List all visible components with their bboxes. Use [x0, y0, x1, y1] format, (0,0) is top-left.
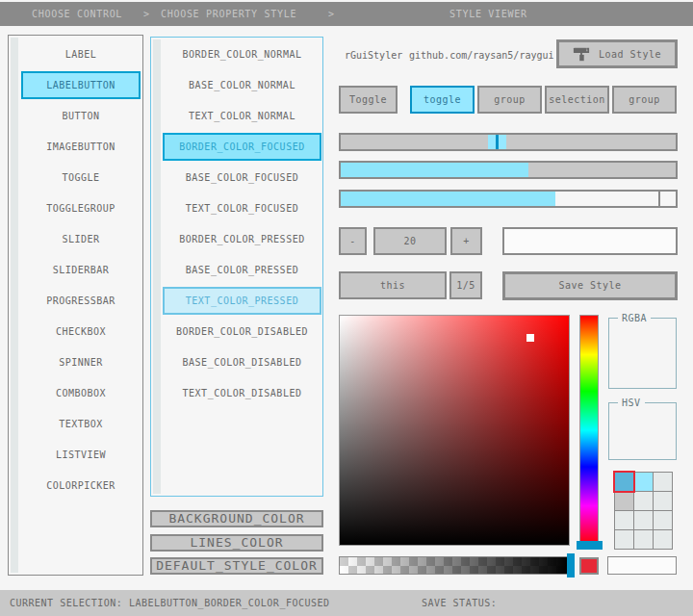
list-item-checkbox[interactable]: CHECKBOX	[21, 318, 141, 346]
hex-color-input[interactable]	[607, 556, 677, 575]
controls-listview: LABEL LABELBUTTON BUTTON IMAGEBUTTON TOG…	[8, 35, 143, 576]
list-item-colorpicker[interactable]: COLORPICKER	[21, 472, 141, 500]
sliderbar-fill	[341, 163, 528, 177]
palette-cell[interactable]	[615, 492, 633, 510]
hue-bar[interactable]	[579, 315, 599, 546]
save-style-button[interactable]: Save Style	[502, 271, 678, 300]
palette-cell[interactable]	[654, 511, 672, 529]
list-item-spinner[interactable]: SPINNER	[21, 348, 141, 376]
list-item-imagebutton[interactable]: IMAGEBUTTON	[21, 133, 141, 161]
repo-link[interactable]: github.com/raysan5/raygui	[409, 50, 554, 61]
list-item-text-color-focused[interactable]: TEXT_COLOR_FOCUSED	[163, 194, 321, 222]
list-item-slider[interactable]: SLIDER	[21, 225, 141, 253]
palette-cell[interactable]	[634, 530, 653, 549]
alpha-bar-handle[interactable]	[567, 553, 575, 578]
combobox-counter[interactable]: 1/5	[449, 271, 482, 299]
list-item-text-color-pressed[interactable]: TEXT_COLOR_PRESSED	[163, 287, 321, 315]
current-selection-status: CURRENT SELECTION: LABELBUTTON_BORDER_CO…	[10, 590, 330, 616]
list-item-border-color-focused[interactable]: BORDER_COLOR_FOCUSED	[163, 133, 321, 161]
color-picker-gradient[interactable]	[339, 315, 570, 546]
togglegroup-item-group2[interactable]: group	[612, 86, 677, 114]
load-style-button[interactable]: Load Style	[556, 39, 678, 68]
list-item-button[interactable]: BUTTON	[21, 102, 141, 130]
alpha-bar[interactable]	[339, 556, 569, 575]
properties-scrollbar[interactable]	[153, 39, 161, 494]
list-item-border-color-normal[interactable]: BORDER_COLOR_NORMAL	[163, 40, 321, 68]
bottom-status-bar: CURRENT SELECTION: LABELBUTTON_BORDER_CO…	[0, 590, 693, 616]
toggle-button[interactable]: Toggle	[339, 86, 398, 114]
togglegroup-item-toggle[interactable]: toggle	[410, 86, 475, 114]
list-item-base-color-focused[interactable]: BASE_COLOR_FOCUSED	[163, 164, 321, 192]
breadcrumb-choose-property: CHOOSE PROPERTY STYLE	[161, 2, 296, 26]
rgba-groupbox-label: RGBA	[618, 313, 651, 323]
list-item-text-color-normal[interactable]: TEXT_COLOR_NORMAL	[163, 102, 321, 130]
rguistyler-window: CHOOSE CONTROL > CHOOSE PROPERTY STYLE >…	[0, 0, 693, 616]
list-item-labelbutton[interactable]: LABELBUTTON	[21, 71, 141, 99]
list-item-sliderbar[interactable]: SLIDERBAR	[21, 256, 141, 284]
list-item-toggle[interactable]: TOGGLE	[21, 164, 141, 192]
list-item-border-color-pressed[interactable]: BORDER_COLOR_PRESSED	[163, 225, 321, 253]
load-style-label: Load Style	[599, 43, 661, 65]
combobox-value[interactable]: this	[339, 271, 447, 299]
hue-bar-handle[interactable]	[577, 541, 603, 550]
list-item-text-color-disabled[interactable]: TEXT_COLOR_DISABLED	[163, 379, 321, 407]
properties-listview: BORDER_COLOR_NORMAL BASE_COLOR_NORMAL TE…	[150, 37, 323, 497]
palette-cell[interactable]	[615, 530, 633, 549]
list-item-combobox[interactable]: COMBOBOX	[21, 379, 141, 407]
current-color-swatch	[579, 557, 599, 575]
breadcrumb-separator-icon: >	[143, 2, 150, 26]
controls-scrollbar[interactable]	[11, 38, 18, 573]
text-input[interactable]	[502, 227, 678, 255]
slider-handle-mark	[496, 135, 499, 149]
palette-cell[interactable]	[654, 473, 672, 491]
breadcrumb-separator-icon: >	[328, 2, 335, 26]
top-status-bar: CHOOSE CONTROL > CHOOSE PROPERTY STYLE >…	[0, 2, 693, 26]
save-status: SAVE STATUS:	[422, 590, 497, 616]
rgba-groupbox: RGBA	[608, 318, 677, 389]
hsv-groupbox: HSV	[608, 402, 677, 460]
spinner-value[interactable]: 20	[373, 227, 447, 255]
list-item-textbox[interactable]: TEXTBOX	[21, 410, 141, 438]
breadcrumb-choose-control: CHOOSE CONTROL	[32, 2, 122, 26]
app-name: rGuiStyler	[345, 50, 402, 61]
list-item-base-color-normal[interactable]: BASE_COLOR_NORMAL	[163, 71, 321, 99]
list-item-border-color-disabled[interactable]: BORDER_COLOR_DISABLED	[163, 318, 321, 346]
progressbar-fill	[341, 192, 555, 206]
list-item-progressbar[interactable]: PROGRESSBAR	[21, 287, 141, 315]
breadcrumb-style-viewer: STYLE VIEWER	[449, 2, 527, 26]
spinner-increment-button[interactable]: +	[450, 227, 482, 255]
background-color-button[interactable]: BACKGROUND_COLOR	[150, 510, 323, 527]
lines-color-button[interactable]: LINES_COLOR	[150, 534, 323, 552]
palette-cell[interactable]	[615, 511, 633, 529]
list-item-label[interactable]: LABEL	[21, 40, 141, 68]
spinner-decrement-button[interactable]: -	[339, 227, 367, 255]
slider[interactable]	[339, 133, 678, 151]
color-picker-selector[interactable]	[526, 334, 534, 342]
palette-cell-selected[interactable]	[615, 473, 633, 491]
palette-cell[interactable]	[634, 492, 653, 510]
palette-cell[interactable]	[634, 473, 653, 491]
sliderbar[interactable]	[339, 161, 678, 179]
palette-cell[interactable]	[654, 530, 672, 549]
list-item-base-color-pressed[interactable]: BASE_COLOR_PRESSED	[163, 256, 321, 284]
progressbar	[339, 190, 678, 208]
default-style-color-button[interactable]: DEFAULT_STYLE_COLOR	[150, 557, 323, 575]
color-palette-grid	[614, 472, 673, 550]
togglegroup-item-selection[interactable]: selection	[545, 86, 609, 114]
list-item-listview[interactable]: LISTVIEW	[21, 441, 141, 469]
togglegroup-item-group1[interactable]: group	[477, 86, 542, 114]
paint-roller-icon	[573, 45, 590, 63]
palette-cell[interactable]	[654, 492, 672, 510]
list-item-base-color-disabled[interactable]: BASE_COLOR_DISABLED	[163, 348, 321, 376]
checkbox[interactable]	[658, 190, 678, 208]
list-item-togglegroup[interactable]: TOGGLEGROUP	[21, 194, 141, 222]
palette-cell[interactable]	[634, 511, 653, 529]
slider-handle[interactable]	[488, 135, 506, 149]
hsv-groupbox-label: HSV	[618, 398, 645, 408]
